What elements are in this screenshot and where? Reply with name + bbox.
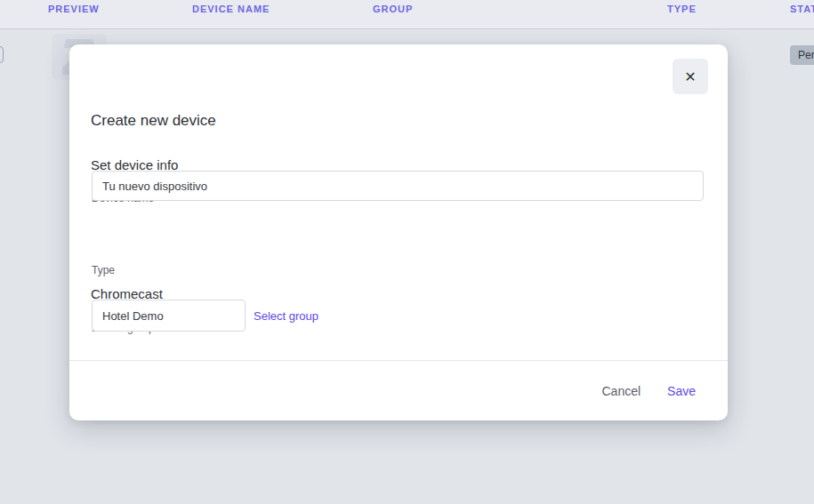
column-header-device-name[interactable]: DEVICE NAME [192,4,270,14]
close-button[interactable]: ✕ [673,59,708,94]
column-header-type[interactable]: TYPE [667,4,697,14]
device-group-input[interactable] [92,300,246,332]
table-header: PREVIEW DEVICE NAME GROUP TYPE STATUS [0,0,814,29]
column-header-preview[interactable]: PREVIEW [48,4,100,14]
close-icon: ✕ [684,68,696,85]
create-device-modal: Create new device ✕ Set device info Devi… [69,44,728,420]
modal-footer: Cancel Save [69,361,728,420]
device-name-input[interactable] [92,171,704,201]
select-group-link[interactable]: Select group [254,309,318,323]
status-badge: Pending [790,45,814,65]
column-header-group[interactable]: GROUP [373,4,413,14]
cancel-button[interactable]: Cancel [594,379,648,404]
modal-title: Create new device [91,112,216,130]
row-checkbox[interactable] [0,46,4,63]
save-button[interactable]: Save [660,379,703,404]
type-label: Type [92,264,115,276]
column-header-status[interactable]: STATUS [790,4,814,14]
